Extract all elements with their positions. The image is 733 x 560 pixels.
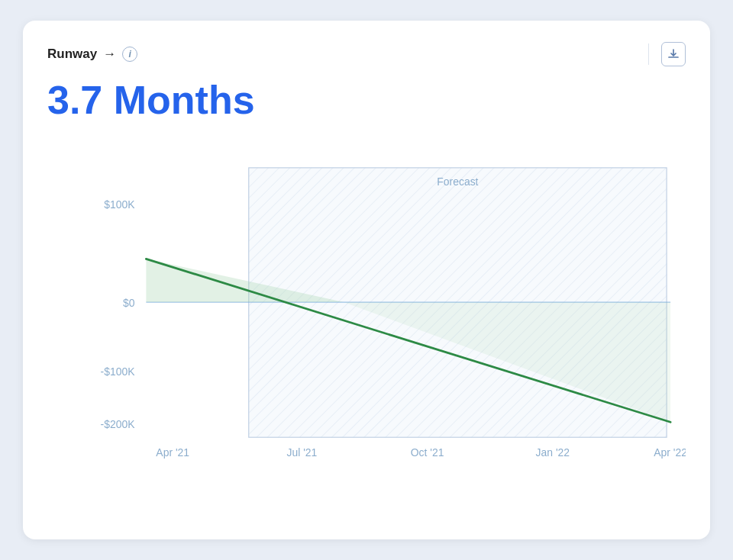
metric-value: 3.7 Months xyxy=(47,79,686,122)
arrow-icon: → xyxy=(103,47,116,62)
header-left: Runway → i xyxy=(47,47,137,62)
x-label-apr21: Apr '21 xyxy=(156,446,189,459)
header-right xyxy=(648,42,686,66)
card-header: Runway → i xyxy=(47,42,686,66)
download-icon xyxy=(667,48,680,60)
x-label-apr22: Apr '22 xyxy=(654,446,686,459)
y-label-100k: $100K xyxy=(104,198,135,211)
x-label-jul21: Jul '21 xyxy=(286,446,317,459)
info-icon[interactable]: i xyxy=(122,47,137,62)
chart-container: $100K $0 -$100K -$200K Forecast Apr '21 … xyxy=(47,140,686,518)
x-label-oct21: Oct '21 xyxy=(411,446,444,459)
vertical-divider xyxy=(648,43,649,65)
y-label-neg100k: -$100K xyxy=(101,365,136,378)
runway-card: Runway → i 3.7 Months xyxy=(23,21,710,539)
y-label-0: $0 xyxy=(123,297,135,309)
y-label-neg200k: -$200K xyxy=(101,418,136,430)
runway-chart: $100K $0 -$100K -$200K Forecast Apr '21 … xyxy=(47,140,686,476)
x-label-jan22: Jan '22 xyxy=(536,446,570,459)
card-title: Runway xyxy=(47,47,97,62)
forecast-label: Forecast xyxy=(437,175,478,188)
download-button[interactable] xyxy=(661,42,686,66)
